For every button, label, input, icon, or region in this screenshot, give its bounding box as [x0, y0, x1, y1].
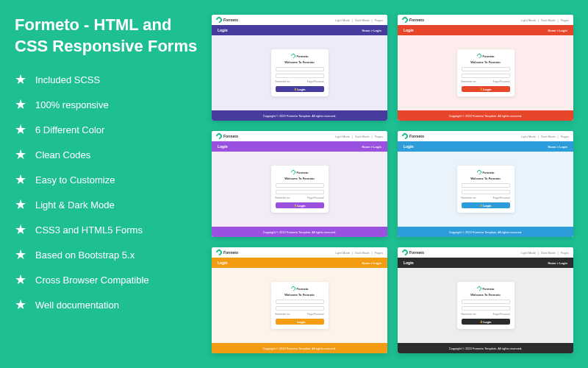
password-field[interactable]: [462, 190, 510, 194]
options-row: Remember meForgot Password: [462, 80, 510, 83]
forgot-link[interactable]: Forgot Password: [493, 313, 510, 316]
forgot-link[interactable]: Forgot Password: [307, 313, 324, 316]
theme-preview-black: FormetoLight Mode|Dark Mode|PagesLoginHo…: [398, 247, 573, 353]
forgot-link[interactable]: Forgot Password: [307, 80, 324, 83]
product-title: Formeto - HTML and CSS Responsive Forms: [15, 15, 198, 57]
logo-icon: [476, 286, 481, 291]
star-icon: ★: [15, 121, 26, 138]
email-field[interactable]: [462, 183, 510, 188]
logo-icon: [290, 53, 295, 59]
page-title: Login: [404, 28, 414, 32]
login-button[interactable]: 🔒Login: [276, 86, 324, 92]
feature-item: ★100% responsive: [15, 96, 198, 113]
brand-logo: Formeto: [402, 133, 424, 139]
email-field[interactable]: [276, 183, 324, 188]
password-field[interactable]: [462, 74, 510, 78]
card-logo: Formeto: [462, 286, 510, 291]
options-row: Remember meForgot Password: [462, 313, 510, 316]
feature-text: 100% responsive: [35, 99, 109, 110]
star-icon: ★: [15, 222, 26, 238]
preview-navbar: FormetoLight Mode|Dark Mode|Pages: [212, 15, 387, 25]
preview-body: FormetoWelcome To FormetoRemember meForg…: [398, 268, 573, 343]
login-button[interactable]: 🔒Login: [276, 202, 324, 208]
login-button[interactable]: 🔒Login: [276, 319, 324, 325]
remember-checkbox[interactable]: Remember me: [276, 197, 290, 199]
feature-item: ★CSS3 and HTML5 Forms: [15, 222, 198, 238]
login-card: FormetoWelcome To FormetoRemember meForg…: [457, 49, 514, 96]
logo-icon: [215, 248, 223, 256]
logo-icon: [476, 53, 481, 59]
forgot-link[interactable]: Forgot Password: [493, 80, 510, 83]
theme-preview-orange: FormetoLight Mode|Dark Mode|PagesLoginHo…: [212, 247, 387, 353]
nav-links: Light Mode|Dark Mode|Pages: [335, 251, 383, 255]
remember-checkbox[interactable]: Remember me: [462, 313, 476, 316]
preview-body: FormetoWelcome To FormetoRemember meForg…: [212, 268, 387, 343]
card-logo: Formeto: [462, 54, 510, 58]
lock-icon: 🔒: [480, 88, 483, 91]
nav-links: Light Mode|Dark Mode|Pages: [521, 18, 569, 22]
breadcrumb: Home > Login: [362, 261, 381, 265]
star-icon: ★: [15, 71, 26, 88]
remember-checkbox[interactable]: Remember me: [276, 313, 290, 316]
password-field[interactable]: [276, 74, 324, 78]
password-field[interactable]: [462, 306, 510, 311]
feature-text: 6 Different Color: [35, 124, 104, 135]
email-field[interactable]: [276, 300, 324, 304]
remember-checkbox[interactable]: Remember me: [462, 80, 476, 83]
breadcrumb: Home > Login: [362, 29, 381, 32]
breadcrumb: Home > Login: [548, 29, 567, 32]
brand-text: Formeto: [409, 250, 424, 255]
brand-logo: Formeto: [216, 17, 238, 23]
title-bar: LoginHome > Login: [212, 258, 387, 268]
logo-icon: [401, 15, 409, 24]
login-card: FormetoWelcome To FormetoRemember meForg…: [271, 49, 329, 96]
remember-checkbox[interactable]: Remember me: [462, 197, 476, 199]
preview-navbar: FormetoLight Mode|Dark Mode|Pages: [212, 247, 387, 258]
welcome-text: Welcome To Formeto: [276, 60, 324, 64]
remember-checkbox[interactable]: Remember me: [276, 80, 290, 83]
login-button[interactable]: 🔒Login: [462, 319, 510, 325]
logo-icon: [215, 132, 223, 140]
brand-logo: Formeto: [402, 17, 424, 23]
page-title: Login: [218, 144, 228, 149]
forgot-link[interactable]: Forgot Password: [493, 197, 510, 199]
feature-text: Included SCSS: [35, 74, 100, 85]
preview-footer: Copyright © 2022 Formeto Template. All r…: [398, 110, 573, 121]
lock-icon: 🔒: [294, 204, 297, 207]
login-button[interactable]: 🔒Login: [462, 202, 510, 208]
star-icon: ★: [15, 297, 26, 313]
login-button[interactable]: 🔒Login: [462, 86, 510, 92]
nav-links: Light Mode|Dark Mode|Pages: [521, 135, 569, 138]
title-bar: LoginHome > Login: [212, 141, 387, 152]
brand-text: Formeto: [409, 134, 424, 138]
feature-item: ★Well documentation: [15, 297, 198, 313]
email-field[interactable]: [462, 300, 510, 304]
preview-body: FormetoWelcome To FormetoRemember meForg…: [398, 152, 573, 227]
lock-icon: 🔒: [480, 320, 483, 323]
feature-text: Based on Bootstrap 5.x: [35, 250, 135, 261]
breadcrumb: Home > Login: [548, 145, 567, 149]
preview-navbar: FormetoLight Mode|Dark Mode|Pages: [398, 15, 573, 25]
email-field[interactable]: [276, 67, 324, 71]
lock-icon: 🔒: [480, 204, 483, 207]
forgot-link[interactable]: Forgot Password: [307, 197, 324, 199]
feature-item: ★Easy to Customize: [15, 171, 198, 188]
nav-links: Light Mode|Dark Mode|Pages: [335, 135, 383, 138]
brand-logo: Formeto: [216, 250, 238, 255]
brand-text: Formeto: [223, 18, 238, 22]
title-bar: LoginHome > Login: [212, 25, 387, 35]
feature-text: CSS3 and HTML5 Forms: [35, 224, 143, 236]
preview-navbar: FormetoLight Mode|Dark Mode|Pages: [398, 131, 573, 141]
brand-logo: Formeto: [402, 250, 424, 255]
preview-body: FormetoWelcome To FormetoRemember meForg…: [212, 152, 387, 227]
options-row: Remember meForgot Password: [276, 197, 324, 199]
login-card: FormetoWelcome To FormetoRemember meForg…: [271, 166, 329, 213]
star-icon: ★: [15, 197, 26, 213]
email-field[interactable]: [462, 67, 510, 71]
breadcrumb: Home > Login: [548, 261, 567, 265]
options-row: Remember meForgot Password: [276, 80, 324, 83]
password-field[interactable]: [276, 306, 324, 311]
welcome-text: Welcome To Formeto: [462, 177, 510, 180]
card-logo: Formeto: [276, 170, 324, 174]
password-field[interactable]: [276, 190, 324, 194]
